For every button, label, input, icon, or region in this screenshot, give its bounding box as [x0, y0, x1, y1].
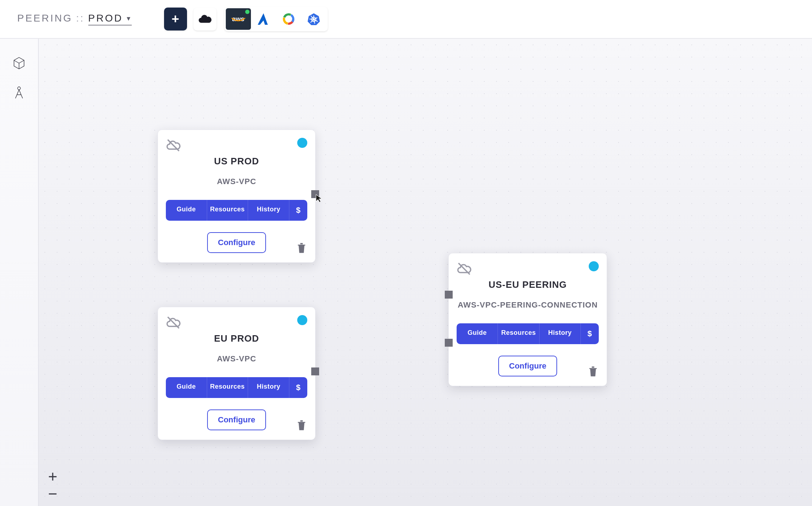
gcp-icon: [281, 12, 296, 26]
zoom-controls: + −: [48, 468, 57, 502]
tab-history[interactable]: History: [248, 377, 289, 398]
cloud-icon: [197, 11, 213, 27]
tab-guide[interactable]: Guide: [457, 323, 498, 344]
provider-azure-button[interactable]: [251, 8, 276, 30]
connection-port-left-bottom[interactable]: [445, 339, 453, 347]
tab-cost[interactable]: $: [289, 377, 307, 398]
status-indicator: [297, 315, 307, 325]
node-tabs: Guide Resources History $: [457, 323, 599, 344]
tab-resources[interactable]: Resources: [498, 323, 539, 344]
cloud-off-icon: [166, 138, 181, 154]
svg-point-13: [18, 87, 20, 90]
trash-icon: [297, 242, 307, 254]
left-rail: [0, 39, 39, 506]
zoom-out-button[interactable]: −: [48, 485, 57, 502]
configure-button[interactable]: Configure: [207, 409, 266, 430]
compass-icon: [12, 85, 26, 100]
configure-button[interactable]: Configure: [207, 232, 266, 253]
tab-history[interactable]: History: [248, 200, 289, 221]
node-title: EU PROD: [166, 333, 307, 344]
provider-group: aws: [224, 7, 328, 31]
node-us-prod[interactable]: US PROD AWS-VPC Guide Resources History …: [158, 130, 316, 263]
tab-resources[interactable]: Resources: [207, 377, 248, 398]
connection-port-right[interactable]: [311, 367, 319, 375]
compass-tool-button[interactable]: [9, 83, 29, 103]
cloud-off-icon: [457, 261, 472, 278]
azure-icon: [256, 12, 271, 26]
configure-button[interactable]: Configure: [498, 356, 557, 376]
kubernetes-icon: [307, 12, 321, 26]
tab-guide[interactable]: Guide: [166, 377, 207, 398]
environment-dropdown[interactable]: PROD ▾: [88, 13, 132, 25]
trash-icon: [588, 366, 598, 377]
node-subtitle: AWS-VPC-PEERING-CONNECTION: [457, 300, 599, 310]
topbar: PEERING :: PROD ▾ + aws: [0, 0, 812, 39]
tab-resources[interactable]: Resources: [207, 200, 248, 221]
chevron-down-icon: ▾: [127, 14, 132, 23]
add-button[interactable]: +: [164, 8, 187, 31]
delete-button[interactable]: [297, 242, 307, 255]
trash-icon: [297, 420, 307, 431]
delete-button[interactable]: [297, 420, 307, 432]
status-indicator: [589, 261, 599, 271]
status-indicator: [297, 138, 307, 148]
node-subtitle: AWS-VPC: [166, 177, 307, 186]
aws-smile-icon: [231, 13, 246, 27]
node-tabs: Guide Resources History $: [166, 377, 307, 398]
node-tabs: Guide Resources History $: [166, 200, 307, 221]
plus-icon: +: [172, 11, 179, 27]
node-us-eu-peering[interactable]: US-EU PEERING AWS-VPC-PEERING-CONNECTION…: [448, 253, 607, 386]
environment-label: PROD: [88, 13, 123, 24]
connection-port-right[interactable]: [311, 190, 319, 198]
node-title: US-EU PEERING: [457, 279, 599, 290]
breadcrumb: PEERING :: PROD ▾: [17, 13, 132, 25]
cloud-off-icon: [166, 315, 181, 332]
zoom-in-button[interactable]: +: [48, 468, 57, 485]
provider-gcp-button[interactable]: [276, 8, 301, 30]
provider-aws-button[interactable]: aws: [226, 8, 251, 30]
cube-icon: [12, 56, 26, 70]
node-title: US PROD: [166, 156, 307, 167]
provider-kubernetes-button[interactable]: [301, 8, 326, 30]
canvas[interactable]: US PROD AWS-VPC Guide Resources History …: [39, 39, 812, 506]
node-subtitle: AWS-VPC: [166, 354, 307, 364]
tab-guide[interactable]: Guide: [166, 200, 207, 221]
tab-cost[interactable]: $: [289, 200, 307, 221]
connection-port-left-top[interactable]: [445, 291, 453, 299]
breadcrumb-separator: ::: [76, 13, 85, 24]
connection-layer: [39, 39, 146, 93]
cube-tool-button[interactable]: [9, 53, 29, 73]
node-eu-prod[interactable]: EU PROD AWS-VPC Guide Resources History …: [158, 307, 316, 440]
delete-button[interactable]: [588, 366, 598, 379]
cloud-filter-button[interactable]: [193, 8, 216, 31]
breadcrumb-section: PEERING: [17, 13, 73, 24]
tab-history[interactable]: History: [540, 323, 581, 344]
tab-cost[interactable]: $: [581, 323, 599, 344]
